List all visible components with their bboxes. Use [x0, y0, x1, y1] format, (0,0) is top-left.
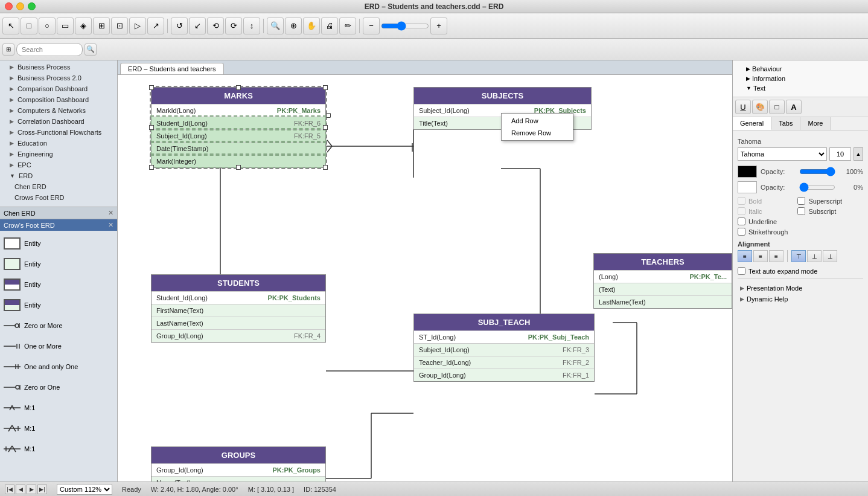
- close-crows-foot-erd[interactable]: ✕: [108, 221, 113, 229]
- teachers-row-id[interactable]: (Long) PK:PK_Te...: [594, 270, 732, 283]
- sidebar-item-crows-foot-erd[interactable]: Crows Foot ERD: [0, 192, 117, 203]
- align-bottom-btn[interactable]: ⊥: [823, 250, 837, 262]
- erd-m1-c[interactable]: M:1: [0, 439, 117, 459]
- grid-tool[interactable]: ⊞: [93, 18, 110, 34]
- marks-table[interactable]: MARKS MarkId(Long) PK:PK_Marks Student_I…: [151, 87, 326, 168]
- students-row-groupid[interactable]: Group_Id(Long) FK:FR_4: [152, 329, 325, 342]
- erd-one-and-only-one[interactable]: One and only One: [0, 356, 117, 377]
- opacity-slider-1[interactable]: [799, 167, 835, 176]
- teachers-table[interactable]: TEACHERS (Long) PK:PK_Te... (Text) LastN…: [593, 253, 732, 309]
- rp-color-btn[interactable]: 🎨: [752, 100, 768, 114]
- nav-last[interactable]: ▶|: [37, 485, 47, 494]
- font-family-select[interactable]: Tahoma: [738, 147, 827, 161]
- sidebar-item-comparison[interactable]: ▶ Comparison Dashboard: [0, 83, 117, 94]
- sidebar-item-chen-erd[interactable]: Chen ERD: [0, 181, 117, 192]
- select-tool[interactable]: ↖: [2, 18, 19, 34]
- text-expand-checkbox[interactable]: [738, 267, 745, 275]
- tree-text[interactable]: ▼ Text: [738, 83, 863, 93]
- align-right-btn[interactable]: ≡: [769, 250, 783, 262]
- custom-tool[interactable]: ⊡: [111, 18, 128, 34]
- nav-prev[interactable]: ◀: [16, 485, 25, 494]
- students-row-lastname[interactable]: LastName(Text): [152, 317, 325, 329]
- grid-view-btn[interactable]: ⊞: [2, 43, 14, 56]
- traffic-lights[interactable]: [5, 2, 36, 10]
- groups-table[interactable]: GROUPS Group_Id(Long) PK:PK_Groups Name(…: [151, 446, 326, 482]
- strikethrough-checkbox[interactable]: [738, 228, 745, 236]
- rp-presentation-mode[interactable]: ▶ Presentation Mode: [738, 283, 863, 294]
- search-btn[interactable]: 🔍: [85, 43, 97, 56]
- font-size-input[interactable]: [829, 147, 851, 161]
- groups-row-name[interactable]: Name(Text): [152, 476, 325, 482]
- align-middle-btn[interactable]: ⊥: [807, 250, 822, 262]
- handle-tc[interactable]: [236, 85, 241, 90]
- pen-tool[interactable]: ✏: [339, 18, 356, 34]
- erd-entity-3[interactable]: Entity: [0, 274, 117, 295]
- subj-teach-row-subjectid[interactable]: Subject_Id(Long) FK:FR_3: [414, 343, 594, 356]
- tab-crows-foot-erd[interactable]: Crow's Foot ERD ✕: [0, 219, 117, 231]
- table-tool[interactable]: ▭: [57, 18, 74, 34]
- erd-entity-1[interactable]: Entity: [0, 233, 117, 254]
- close-chen-erd[interactable]: ✕: [108, 209, 113, 217]
- sidebar-item-engineering[interactable]: ▶ Engineering: [0, 149, 117, 159]
- zoom-in-tool[interactable]: 🔍: [267, 18, 284, 34]
- superscript-checkbox[interactable]: [797, 197, 805, 205]
- rotate-cw-tool[interactable]: ⟳: [225, 18, 242, 34]
- sidebar-item-composition[interactable]: ▶ Composition Dashboard: [0, 94, 117, 105]
- search-input[interactable]: [16, 43, 83, 56]
- handle-br[interactable]: [323, 165, 328, 170]
- sidebar-item-computers[interactable]: ▶ Computers & Networks: [0, 105, 117, 116]
- opacity-slider-2[interactable]: [799, 182, 835, 192]
- erd-entity-2[interactable]: Entity: [0, 254, 117, 274]
- sidebar-item-education[interactable]: ▶ Education: [0, 138, 117, 149]
- flip-tool[interactable]: ↕: [243, 18, 260, 34]
- canvas-area[interactable]: MARKS MarkId(Long) PK:PK_Marks Student_I…: [118, 75, 732, 482]
- erd-m1-a[interactable]: M:1: [0, 398, 117, 418]
- undo-tool[interactable]: ↺: [171, 18, 188, 34]
- rp-tab-tabs[interactable]: Tabs: [771, 117, 800, 130]
- zoom-out-btn[interactable]: −: [363, 18, 380, 34]
- arrow-tool[interactable]: ↗: [147, 18, 164, 34]
- insert-tool[interactable]: ◈: [75, 18, 92, 34]
- zoom-fit-tool[interactable]: ⊕: [285, 18, 302, 34]
- zoom-in-btn[interactable]: +: [430, 18, 447, 34]
- handle-mr[interactable]: [323, 125, 328, 130]
- students-table[interactable]: STUDENTS Student_Id(Long) PK:PK_Students…: [151, 274, 326, 343]
- underline-checkbox[interactable]: [738, 217, 745, 225]
- handle-bc[interactable]: [236, 165, 241, 170]
- marks-row-subjectid[interactable]: Subject_Id(Long) FK:FR_5: [152, 129, 325, 142]
- erd-m1-b[interactable]: M:1: [0, 418, 117, 439]
- sidebar-item-correlation[interactable]: ▶ Correlation Dashboard: [0, 116, 117, 127]
- marks-row-studentid[interactable]: Student_Id(Long) FK:FR_6: [152, 117, 325, 129]
- ellipse-tool[interactable]: ○: [39, 18, 56, 34]
- close-button[interactable]: [5, 2, 13, 10]
- pan-tool[interactable]: ✋: [303, 18, 320, 34]
- nav-next[interactable]: ▶: [27, 485, 36, 494]
- rp-text-btn[interactable]: A: [786, 100, 802, 114]
- students-row-studentid[interactable]: Student_Id(Long) PK:PK_Students: [152, 291, 325, 304]
- tree-information[interactable]: ▶ Information: [738, 74, 863, 83]
- maximize-button[interactable]: [28, 2, 36, 10]
- minimize-button[interactable]: [16, 2, 24, 10]
- align-top-btn[interactable]: ⊤: [791, 250, 806, 262]
- align-left-btn[interactable]: ≡: [738, 250, 752, 262]
- groups-row-groupid[interactable]: Group_Id(Long) PK:PK_Groups: [152, 463, 325, 476]
- canvas-tab-main[interactable]: ERD – Students and teachers: [120, 63, 224, 74]
- subj-teach-table[interactable]: SUBJ_TEACH ST_Id(Long) PK:PK_Subj_Teach …: [413, 314, 595, 382]
- rp-tab-general[interactable]: General: [733, 117, 771, 130]
- erd-entity-4[interactable]: Entity: [0, 295, 117, 315]
- erd-zero-or-more[interactable]: Zero or More: [0, 315, 117, 336]
- handle-bl[interactable]: [149, 165, 154, 170]
- ctx-add-row[interactable]: Add Row: [502, 115, 573, 127]
- erd-one-or-more[interactable]: One or More: [0, 336, 117, 356]
- rect-tool[interactable]: □: [21, 18, 37, 34]
- rp-underline-btn[interactable]: U: [735, 100, 751, 114]
- sidebar-item-erd[interactable]: ▼ ERD: [0, 170, 117, 181]
- rp-bg-btn[interactable]: □: [769, 100, 785, 114]
- tab-chen-erd[interactable]: Chen ERD ✕: [0, 207, 117, 219]
- students-row-firstname[interactable]: FirstName(Text): [152, 304, 325, 317]
- nav-first[interactable]: |◀: [5, 485, 14, 494]
- sidebar-item-business-process[interactable]: ▶ Business Process: [0, 62, 117, 72]
- subj-teach-row-groupid[interactable]: Group_Id(Long) FK:FR_1: [414, 369, 594, 381]
- handle-ml[interactable]: [149, 125, 154, 130]
- rp-tab-more[interactable]: More: [800, 117, 831, 130]
